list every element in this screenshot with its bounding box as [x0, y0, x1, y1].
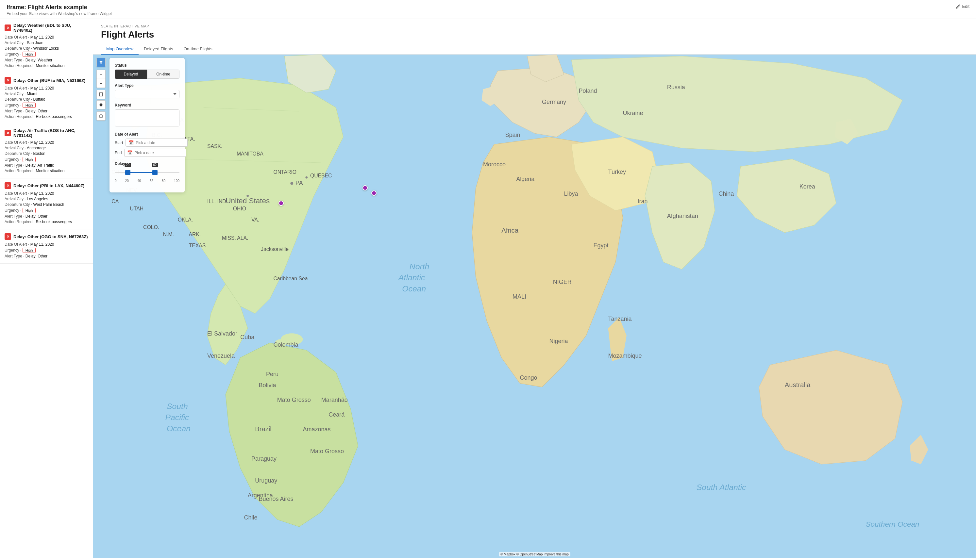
tab-ontime-flights[interactable]: On-time Flights	[179, 44, 218, 55]
alert-item-1[interactable]: ✕ Delay: Weather (BDL to SJU, N74840Z) D…	[0, 19, 93, 73]
world-map-svg: United States CANADA Africa Algeria MALI…	[93, 55, 976, 558]
main-layout: ✕ Delay: Weather (BDL to SJU, N74840Z) D…	[0, 19, 976, 558]
alert-title-text: Delay: Weather (BDL to SJU, N74840Z)	[13, 23, 88, 33]
svg-text:N.M.: N.M.	[163, 232, 174, 237]
svg-text:Venezuela: Venezuela	[207, 353, 235, 359]
svg-text:VA.: VA.	[251, 217, 259, 222]
start-label: Start	[115, 140, 123, 145]
svg-text:Peru: Peru	[266, 371, 279, 377]
alert-title: ✕ Delay: Air Traffic (BOS to ANC, N70114…	[5, 128, 88, 138]
svg-text:Ceará: Ceará	[329, 411, 345, 418]
svg-text:Ukraine: Ukraine	[623, 110, 643, 116]
alert-arrival: Arrival City · Miami	[5, 92, 88, 96]
svg-text:TEXAS: TEXAS	[189, 243, 206, 248]
ontime-status-button[interactable]: On-time	[147, 70, 179, 79]
slider-thumb-left-label: 20	[125, 163, 131, 167]
start-date-input-wrap[interactable]: 📅	[125, 138, 188, 147]
alert-type-field: Alert Type · Delay: Other	[5, 254, 88, 258]
square-icon	[99, 92, 103, 97]
svg-text:Poland: Poland	[579, 88, 597, 94]
status-label: Status	[115, 63, 179, 68]
slider-thumb-right[interactable]: 62	[152, 170, 158, 175]
filter-icon	[99, 60, 103, 65]
svg-text:Colombia: Colombia	[273, 342, 299, 348]
svg-text:Turkey: Turkey	[608, 168, 626, 175]
alert-type-select[interactable]: Delay: Weather Delay: Other Delay: Air T…	[115, 90, 179, 98]
end-date-row: End 📅	[115, 149, 179, 157]
svg-text:Germany: Germany	[542, 99, 566, 105]
delay-slider-container: 20 62	[115, 168, 179, 177]
keyword-label: Keyword	[115, 103, 179, 107]
svg-text:Australia: Australia	[785, 381, 811, 388]
reset-view-button[interactable]	[97, 90, 105, 99]
calendar-start-icon: 📅	[128, 140, 133, 145]
svg-text:South Atlantic: South Atlantic	[697, 483, 746, 492]
start-date-input[interactable]	[136, 140, 185, 145]
alert-title: ✕ Delay: Other (PBI to LAX, N44460Z)	[5, 182, 88, 189]
alert-action: Action Required · Monitor situation	[5, 168, 88, 173]
top-header: Iframe: Flight Alerts example Embed your…	[0, 0, 976, 19]
flight-marker-3[interactable]	[371, 190, 377, 196]
status-buttons: Delayed On-time	[115, 70, 179, 79]
delete-button[interactable]	[97, 112, 105, 120]
map-attribution: © Mapbox © OpenStreetMap Improve this ma…	[499, 552, 571, 557]
svg-text:Bolivia: Bolivia	[259, 382, 276, 388]
svg-text:North: North	[410, 262, 429, 271]
alert-item-5[interactable]: ✕ Delay: Other (OGG to SNA, N67263Z) Dat…	[0, 229, 93, 264]
tick-80: 80	[162, 179, 165, 183]
svg-text:United States: United States	[225, 197, 270, 205]
end-label: End	[115, 151, 122, 155]
alert-urgency: Urgency · High	[5, 248, 88, 253]
svg-text:Caribbean Sea: Caribbean Sea	[273, 276, 308, 281]
svg-text:ONTARIO: ONTARIO	[273, 169, 297, 175]
alert-arrival: Arrival City · Los Angeles	[5, 197, 88, 201]
alert-action: Action Required · Monitor situation	[5, 63, 88, 68]
svg-text:Nigeria: Nigeria	[549, 338, 569, 344]
slate-header: Slate Interactive Map Flight Alerts	[93, 19, 976, 44]
svg-text:MANITOBA: MANITOBA	[237, 151, 264, 157]
svg-text:Amazonas: Amazonas	[303, 426, 330, 433]
tick-100: 100	[174, 179, 179, 183]
keyword-input[interactable]	[115, 110, 179, 127]
end-date-input[interactable]	[134, 151, 184, 155]
svg-text:Mozambique: Mozambique	[608, 353, 642, 359]
tick-60: 62	[150, 179, 153, 183]
start-date-row: Start 📅	[115, 138, 179, 147]
alert-date: Date Of Alert · May 11, 2020	[5, 86, 88, 90]
svg-text:Iran: Iran	[638, 198, 648, 205]
circle-button[interactable]	[97, 100, 105, 110]
svg-text:MISS. ALA.: MISS. ALA.	[222, 235, 249, 241]
svg-point-79	[247, 195, 249, 197]
end-date-input-wrap[interactable]: 📅	[124, 149, 186, 157]
circle-icon	[99, 103, 103, 107]
alert-item-3[interactable]: ✕ Delay: Air Traffic (BOS to ANC, N70114…	[0, 124, 93, 178]
tab-map-overview[interactable]: Map Overview	[101, 44, 138, 55]
delayed-status-button[interactable]: Delayed	[115, 70, 147, 79]
zoom-out-button[interactable]: −	[97, 79, 105, 88]
map-controls: + −	[97, 58, 105, 120]
svg-text:Ocean: Ocean	[167, 424, 190, 433]
alert-type-label: Alert Type	[115, 83, 179, 88]
alert-item-2[interactable]: ✕ Delay: Other (BUF to MIA, N53166Z) Dat…	[0, 73, 93, 124]
svg-text:QUÉBEC: QUÉBEC	[310, 173, 332, 178]
alert-type-field: Alert Type · Delay: Other	[5, 214, 88, 218]
alert-urgency: Urgency · High	[5, 52, 88, 57]
alert-item-4[interactable]: ✕ Delay: Other (PBI to LAX, N44460Z) Dat…	[0, 178, 93, 229]
svg-text:Spain: Spain	[505, 132, 520, 138]
svg-text:SASK.: SASK.	[207, 143, 222, 149]
svg-text:Korea: Korea	[799, 183, 816, 190]
slider-thumb-left[interactable]: 20	[125, 170, 130, 175]
zoom-in-button[interactable]: +	[97, 70, 105, 79]
flight-marker-1[interactable]	[279, 201, 284, 206]
svg-text:Tanzania: Tanzania	[608, 316, 632, 322]
alert-action: Action Required · Re-book passengers	[5, 114, 88, 119]
edit-button[interactable]: Edit	[956, 4, 969, 9]
alert-x-icon: ✕	[5, 25, 11, 31]
tab-delayed-flights[interactable]: Delayed Flights	[138, 44, 179, 55]
slate-label: Slate Interactive Map	[101, 24, 968, 28]
svg-text:UTAH: UTAH	[130, 206, 144, 212]
svg-text:Morocco: Morocco	[483, 161, 506, 168]
filter-control-button[interactable]	[97, 58, 105, 67]
keyword-filter-section: Keyword	[115, 103, 179, 127]
svg-text:China: China	[718, 190, 734, 197]
